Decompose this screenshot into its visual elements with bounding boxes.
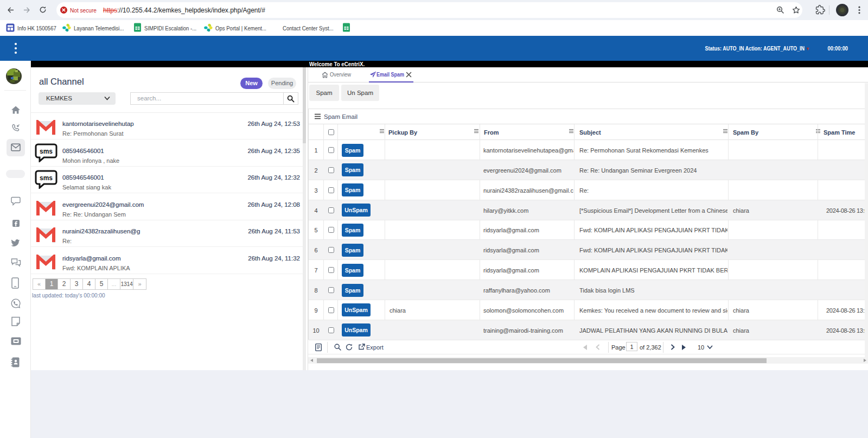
svg-text:sms: sms bbox=[40, 174, 53, 182]
svg-text:sms: sms bbox=[40, 148, 53, 155]
